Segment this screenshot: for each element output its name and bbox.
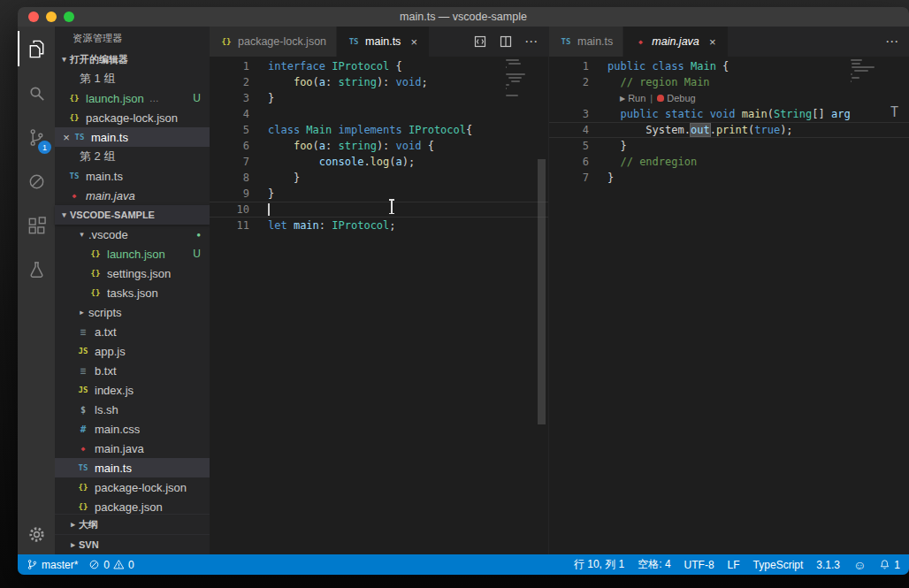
- scrollbar-slider[interactable]: [538, 159, 546, 424]
- close-editor-icon[interactable]: ×: [60, 131, 73, 144]
- code-line[interactable]: 5class Main implements IProtocol{: [210, 122, 548, 138]
- more-actions-icon[interactable]: ⋯: [524, 34, 539, 50]
- section-svn[interactable]: ▸ SVN: [55, 534, 210, 554]
- tree-file[interactable]: $ls.sh: [55, 400, 210, 419]
- close-tab-icon[interactable]: ×: [707, 35, 718, 49]
- codelens-run-link[interactable]: Run: [628, 93, 645, 103]
- git-status-badge: U: [193, 248, 201, 260]
- encoding[interactable]: UTF-8: [684, 559, 714, 571]
- tab-main.ts[interactable]: TSmain.ts: [549, 27, 623, 57]
- code-line[interactable]: 11let main: IProtocol;: [210, 218, 548, 233]
- code-line[interactable]: 4: [210, 106, 548, 122]
- run-play-icon[interactable]: ▶: [620, 95, 625, 103]
- close-window-button[interactable]: [28, 11, 39, 22]
- tree-folder[interactable]: ▾.vscode●: [55, 225, 210, 244]
- open-changes-icon[interactable]: [473, 34, 487, 49]
- file-name: tasks.json: [107, 286, 158, 300]
- editor-main-java[interactable]: 1public class Main {2 // region Main▶Run…: [549, 57, 909, 554]
- indentation[interactable]: 空格: 4: [638, 557, 670, 572]
- code-line[interactable]: 7 console.log(a);: [210, 154, 548, 170]
- tree-file[interactable]: {}launch.jsonU: [55, 244, 210, 263]
- section-outline[interactable]: ▸ 大纲: [55, 514, 210, 534]
- code-line[interactable]: 7}: [549, 170, 909, 186]
- section-open-editors[interactable]: ▾ 打开的编辑器: [55, 50, 210, 69]
- eol-type[interactable]: LF: [728, 559, 740, 571]
- search-icon[interactable]: [18, 71, 55, 115]
- folder-name: scripts: [88, 306, 122, 319]
- open-editor-item[interactable]: {}package-lock.json: [55, 108, 210, 127]
- tab-label: main.ts: [577, 35, 613, 48]
- test-beaker-icon[interactable]: [18, 248, 55, 292]
- warning-count: 0: [128, 559, 134, 571]
- editor-toolbar: ⋯: [885, 27, 909, 57]
- language-mode[interactable]: TypeScript: [753, 559, 804, 571]
- code-line[interactable]: 6 foo(a: string): void {: [210, 138, 548, 154]
- notifications-bell[interactable]: 1: [879, 559, 900, 571]
- tree-folder[interactable]: ▸scripts: [55, 302, 210, 322]
- file-description: …: [149, 93, 159, 103]
- extensions-icon[interactable]: [18, 203, 55, 248]
- file-name: main.css: [95, 423, 140, 436]
- tree-file[interactable]: {}settings.json: [55, 263, 210, 283]
- debug-disabled-icon[interactable]: [18, 159, 55, 203]
- code-line[interactable]: 2 foo(a: string): void;: [210, 74, 548, 90]
- code-line[interactable]: 10: [210, 202, 548, 218]
- minimap-line: [506, 95, 518, 96]
- debug-bug-icon: [657, 95, 664, 102]
- tree-file[interactable]: TSmain.ts: [55, 458, 210, 477]
- tree-file[interactable]: JSapp.js: [55, 341, 210, 361]
- codelens-debug-link[interactable]: Debug: [667, 93, 695, 103]
- code-line[interactable]: 6 // endregion: [549, 154, 909, 170]
- ts-version[interactable]: 3.1.3: [816, 559, 840, 571]
- tree-file[interactable]: #main.css: [55, 419, 210, 439]
- sidebar-bottom-sections: ▸ 大纲 ▸ SVN: [55, 514, 210, 554]
- bell-icon: [879, 559, 890, 570]
- zoom-window-button[interactable]: [64, 11, 74, 22]
- code-line[interactable]: 5 }: [549, 138, 909, 154]
- tree-file[interactable]: {}tasks.json: [55, 283, 210, 302]
- problems-item[interactable]: 0 0: [88, 559, 134, 571]
- code-line[interactable]: 9}: [210, 186, 548, 202]
- git-status-badge: U: [193, 92, 201, 104]
- settings-gear-icon[interactable]: [18, 514, 55, 554]
- open-editor-item[interactable]: {}launch.json…U: [55, 88, 210, 108]
- minimap[interactable]: [506, 59, 536, 96]
- titlebar[interactable]: main.ts — vscode-sample: [18, 7, 909, 27]
- java-file-icon: ◆: [76, 445, 90, 453]
- minimize-window-button[interactable]: [46, 11, 57, 22]
- close-tab-icon[interactable]: ×: [409, 35, 419, 49]
- file-name: main.ts: [95, 462, 132, 475]
- tab-package-lock.json[interactable]: {}package-lock.json: [210, 27, 337, 57]
- code-line[interactable]: 1interface IProtocol {: [210, 58, 548, 74]
- main-area: 1: [18, 27, 909, 554]
- tab-main.ts[interactable]: TSmain.ts×: [337, 27, 430, 57]
- code-line[interactable]: 8 }: [210, 170, 548, 186]
- tree-file[interactable]: ◆main.java: [55, 439, 210, 458]
- source-control-icon[interactable]: 1: [18, 115, 55, 159]
- tree-file[interactable]: ≡a.txt: [55, 322, 210, 341]
- code-line[interactable]: 3 public static void main(String[] arg: [549, 106, 909, 122]
- minimap[interactable]: [851, 59, 881, 82]
- git-branch-item[interactable]: master*: [27, 559, 78, 571]
- tree-file[interactable]: {}package-lock.json: [55, 477, 210, 497]
- txt-file-icon: ≡: [76, 326, 90, 338]
- section-root-folder[interactable]: ▾ VSCODE-SAMPLE: [55, 205, 210, 225]
- feedback-smiley-icon[interactable]: ☺: [853, 559, 866, 571]
- code-line[interactable]: 4 System.out.print(true);: [549, 122, 909, 138]
- cursor-position[interactable]: 行 10, 列 1: [574, 557, 624, 572]
- code-line[interactable]: 3}: [210, 90, 548, 106]
- tree-file[interactable]: {}package.json: [55, 497, 210, 514]
- tab-main.java[interactable]: ◆main.java×: [623, 27, 729, 57]
- more-actions-icon[interactable]: ⋯: [885, 34, 899, 50]
- tree-file[interactable]: JSindex.js: [55, 380, 210, 400]
- tree-file[interactable]: ≡b.txt: [55, 361, 210, 380]
- open-editor-item[interactable]: ◆main.java: [55, 186, 210, 205]
- split-editor-icon[interactable]: [499, 34, 513, 49]
- scrollbar-overlay-character: T: [890, 104, 898, 120]
- editor-main-ts[interactable]: 1interface IProtocol {2 foo(a: string): …: [210, 57, 548, 554]
- open-editor-item[interactable]: ×TSmain.ts: [55, 127, 210, 147]
- codelens-row[interactable]: ▶Run|Debug: [549, 90, 909, 106]
- open-editor-item[interactable]: TSmain.ts: [55, 166, 210, 186]
- css-file-icon: #: [76, 424, 90, 435]
- explorer-icon[interactable]: [18, 27, 55, 71]
